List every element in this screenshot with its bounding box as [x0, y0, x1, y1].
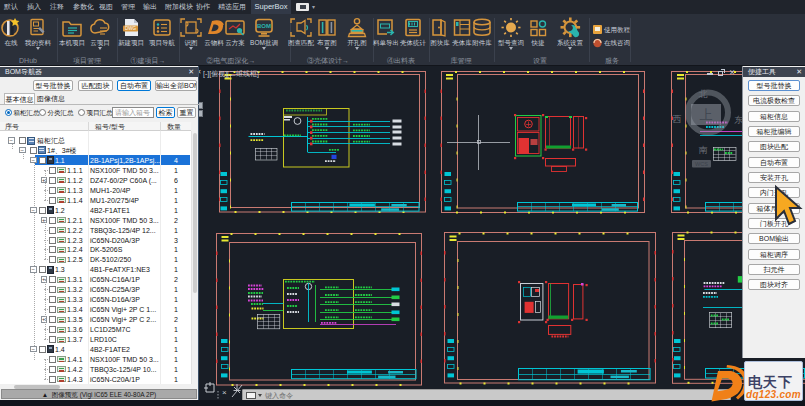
- svg-text:×: ×: [222, 388, 227, 397]
- svg-text:南: 南: [699, 145, 708, 155]
- svg-text:DWG: DWG: [125, 26, 136, 31]
- svg-text:北: 北: [699, 89, 708, 99]
- svg-text:上: 上: [700, 107, 713, 122]
- svg-text:WCS: WCS: [695, 161, 708, 167]
- svg-text:BOM: BOM: [257, 23, 271, 29]
- svg-text:西: 西: [673, 114, 682, 124]
